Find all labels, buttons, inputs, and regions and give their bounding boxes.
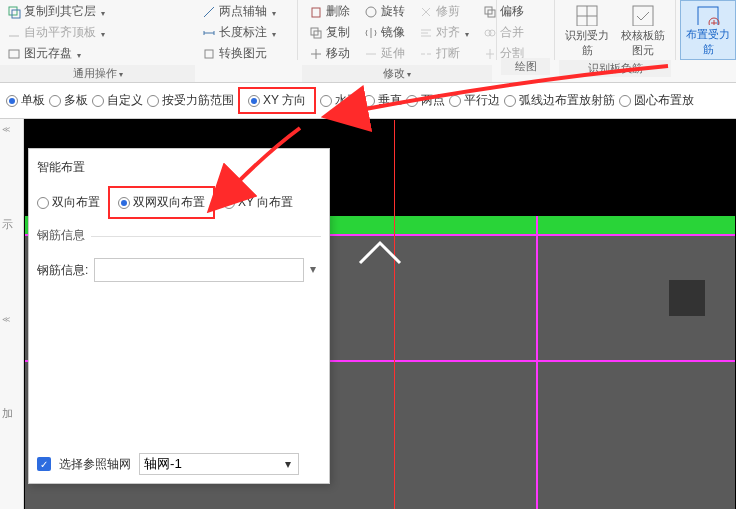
place-label: 布置受力筋 xyxy=(683,27,733,57)
recognize-icon xyxy=(573,2,601,26)
copy-label: 复制 xyxy=(326,24,350,41)
opt-custom-label: 自定义 xyxy=(107,92,143,109)
auto-flat-top: 自动平齐顶板 xyxy=(4,23,191,42)
move-tool[interactable]: 移动 xyxy=(306,44,353,63)
buffer-icon xyxy=(7,47,21,61)
mirror-label: 镜像 xyxy=(381,24,405,41)
recognize-label: 识别受力筋 xyxy=(561,28,613,58)
align-label: 对齐 xyxy=(436,24,460,41)
smart-placement-panel: 智能布置 双向布置 双网双向布置 XY 向布置 钢筋信息 钢筋信息: ▾ ✓ 选… xyxy=(28,148,330,484)
aux-icon xyxy=(202,5,216,19)
opt-vertical[interactable]: 垂直 xyxy=(363,92,402,109)
convert-entity-label: 转换图元 xyxy=(219,45,267,62)
svg-point-7 xyxy=(366,7,376,17)
ref-grid-checkbox[interactable]: ✓ xyxy=(37,457,51,471)
move-icon xyxy=(309,47,323,61)
opt-arc-radial[interactable]: 弧线边布置放射筋 xyxy=(504,92,615,109)
opt-parallel-edge-label: 平行边 xyxy=(464,92,500,109)
section-modify-label[interactable]: 修改 xyxy=(302,65,492,82)
opt-horizontal[interactable]: 水平 xyxy=(320,92,359,109)
section-recognize-label: 识别板负筋 xyxy=(559,60,671,77)
copy-tool[interactable]: 复制 xyxy=(306,23,353,42)
opt-by-force[interactable]: 按受力筋范围 xyxy=(147,92,234,109)
two-point-aux[interactable]: 两点辅轴 xyxy=(199,2,289,21)
delete-label: 删除 xyxy=(326,3,350,20)
opt-vertical-label: 垂直 xyxy=(378,92,402,109)
opt-circle-center[interactable]: 圆心布置放 xyxy=(619,92,694,109)
rotate-tool[interactable]: 旋转 xyxy=(361,2,408,21)
canvas-dark-box xyxy=(669,280,705,316)
ref-grid-dropdown-icon[interactable]: ▾ xyxy=(285,457,291,471)
rb-double-net-label: 双网双向布置 xyxy=(133,194,205,211)
mirror-icon xyxy=(364,26,378,40)
svg-point-11 xyxy=(489,30,495,36)
opt-by-force-label: 按受力筋范围 xyxy=(162,92,234,109)
copy-to-other-layer[interactable]: 复制到其它层 xyxy=(4,2,191,21)
entity-buffer[interactable]: 图元存盘 xyxy=(4,44,191,63)
gutter-close-icon[interactable]: ≪ xyxy=(2,125,21,134)
copy-icon xyxy=(7,5,21,19)
delete-tool[interactable]: 删除 xyxy=(306,2,353,21)
rebar-info-dropdown-icon[interactable]: ▾ xyxy=(303,258,321,282)
placement-options-row: 单板 多板 自定义 按受力筋范围 XY 方向 水平 垂直 两点 平行边 弧线边布… xyxy=(0,83,736,119)
left-gutter: ≪ 示 ≪ 加 xyxy=(0,119,24,509)
svg-rect-3 xyxy=(205,50,213,58)
copy2-icon xyxy=(309,26,323,40)
opt-single[interactable]: 单板 xyxy=(6,92,45,109)
length-dim-label: 长度标注 xyxy=(219,24,267,41)
gutter-mark-2: 加 xyxy=(2,406,21,421)
rb-xy-way[interactable]: XY 向布置 xyxy=(223,194,293,211)
svg-rect-0 xyxy=(9,7,17,15)
opt-single-label: 单板 xyxy=(21,92,45,109)
trim-label: 修剪 xyxy=(436,3,460,20)
length-dim[interactable]: 长度标注 xyxy=(199,23,289,42)
place-icon xyxy=(694,3,722,25)
two-point-aux-label: 两点辅轴 xyxy=(219,3,267,20)
section-general-label[interactable]: 通用操作 xyxy=(0,65,195,82)
opt-arc-radial-label: 弧线边布置放射筋 xyxy=(519,92,615,109)
check-icon xyxy=(629,2,657,26)
rb-double-net[interactable]: 双网双向布置 xyxy=(108,186,215,219)
check-rebar-button[interactable]: 校核板筋图元 xyxy=(615,0,671,60)
opt-custom[interactable]: 自定义 xyxy=(92,92,143,109)
opt-two-points-label: 两点 xyxy=(421,92,445,109)
opt-two-points[interactable]: 两点 xyxy=(406,92,445,109)
ref-grid-label: 选择参照轴网 xyxy=(59,456,131,473)
opt-circle-center-label: 圆心布置放 xyxy=(634,92,694,109)
convert-entity[interactable]: 转换图元 xyxy=(199,44,289,63)
rotate-label: 旋转 xyxy=(381,3,405,20)
flat-icon xyxy=(7,26,21,40)
opt-multi[interactable]: 多板 xyxy=(49,92,88,109)
copy-to-other-label: 复制到其它层 xyxy=(24,3,96,20)
svg-rect-1 xyxy=(12,10,20,18)
rebar-info-label: 钢筋信息: xyxy=(37,262,88,279)
rebar-info-input[interactable] xyxy=(94,258,319,282)
delete-icon xyxy=(309,5,323,19)
section-draw-label: 绘图 xyxy=(501,58,550,75)
merge-icon xyxy=(483,26,497,40)
opt-parallel-edge[interactable]: 平行边 xyxy=(449,92,500,109)
break-icon xyxy=(419,47,433,61)
rb-two-way[interactable]: 双向布置 xyxy=(37,194,100,211)
mirror-tool[interactable]: 镜像 xyxy=(361,23,408,42)
entity-buffer-label: 图元存盘 xyxy=(24,45,72,62)
ref-grid-select[interactable] xyxy=(139,453,299,475)
opt-horizontal-label: 水平 xyxy=(335,92,359,109)
split-icon xyxy=(483,47,497,61)
rb-two-way-label: 双向布置 xyxy=(52,194,100,211)
gutter-close-icon-2[interactable]: ≪ xyxy=(2,315,21,324)
align-tool: 对齐 xyxy=(416,23,472,42)
opt-xy-label: XY 方向 xyxy=(263,92,306,109)
svg-rect-4 xyxy=(312,8,320,17)
gutter-mark-1: 示 xyxy=(2,217,21,232)
extend-icon xyxy=(364,47,378,61)
group-rebar-info-label: 钢筋信息 xyxy=(37,227,321,244)
cursor-chevron-icon xyxy=(350,238,410,268)
break-label: 打断 xyxy=(436,45,460,62)
break-tool: 打断 xyxy=(416,44,472,63)
place-rebar-button[interactable]: 布置受力筋 xyxy=(680,0,736,60)
trim-icon xyxy=(419,5,433,19)
recognize-rebar-button[interactable]: 识别受力筋 xyxy=(559,0,615,60)
opt-xy-direction[interactable]: XY 方向 xyxy=(238,87,316,114)
svg-rect-14 xyxy=(698,7,718,25)
